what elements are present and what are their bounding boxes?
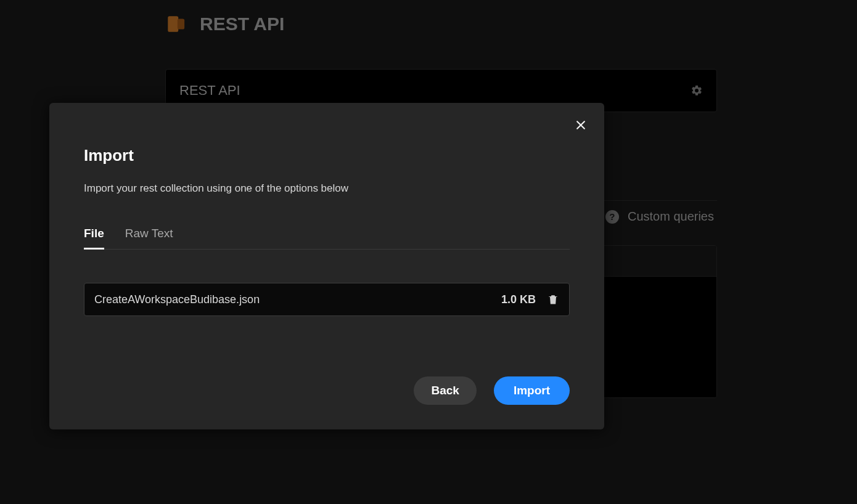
tab-file[interactable]: File	[84, 227, 104, 249]
uploaded-file-size: 1.0 KB	[501, 293, 536, 306]
close-button[interactable]	[572, 116, 589, 134]
svg-rect-5	[554, 298, 554, 303]
help-icon[interactable]: ?	[605, 210, 619, 224]
gear-icon[interactable]	[691, 84, 703, 97]
uploaded-file-row: CreateAWorkspaceBudibase.json 1.0 KB	[84, 283, 570, 316]
svg-rect-0	[168, 16, 178, 32]
import-button[interactable]: Import	[494, 376, 570, 405]
modal-actions: Back Import	[414, 376, 570, 405]
datasource-title: REST API	[200, 14, 284, 35]
custom-queries-row: ? Custom queries	[605, 209, 714, 224]
import-tabs: File Raw Text	[84, 227, 570, 250]
delete-file-button[interactable]	[547, 293, 559, 306]
import-modal: Import Import your rest collection using…	[49, 103, 604, 429]
back-button[interactable]: Back	[414, 376, 476, 405]
svg-rect-1	[178, 19, 184, 30]
custom-queries-label: Custom queries	[628, 209, 714, 224]
modal-title: Import	[84, 146, 570, 165]
plug-icon	[165, 14, 186, 35]
modal-subtitle: Import your rest collection using one of…	[84, 182, 570, 195]
uploaded-file-name: CreateAWorkspaceBudibase.json	[94, 293, 490, 306]
tab-raw-text[interactable]: Raw Text	[125, 227, 173, 249]
datasource-name-value: REST API	[179, 83, 240, 99]
svg-rect-4	[552, 298, 552, 303]
datasource-header: REST API	[165, 14, 284, 35]
